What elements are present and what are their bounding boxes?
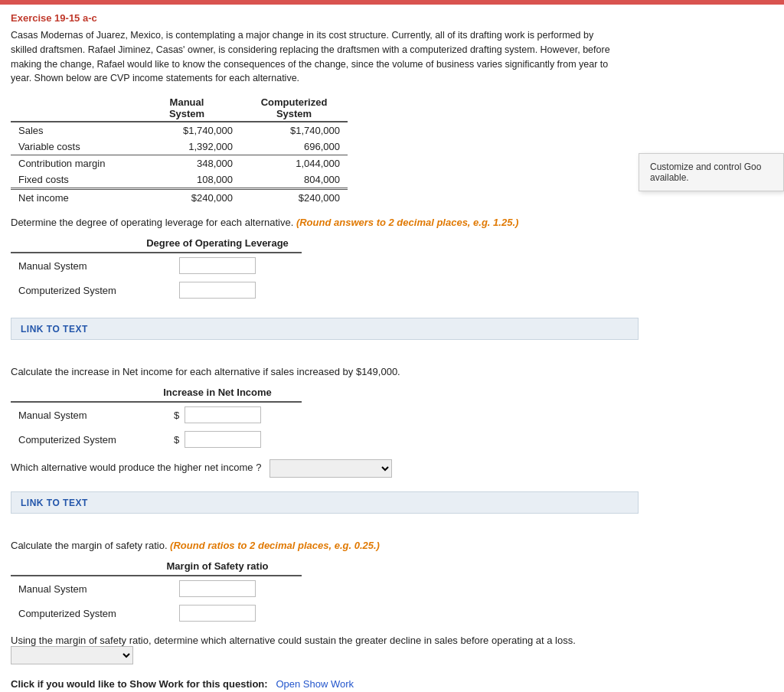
description: Casas Modernas of Juarez, Mexico, is con…: [11, 28, 617, 86]
table-row: Sales $1,740,000 $1,740,000: [11, 122, 348, 139]
which-alternative-row-c: Using the margin of safety ratio, determ…: [11, 635, 617, 664]
cvp-col-computerized: ComputerizedSystem: [240, 95, 348, 122]
margin-safety-table: Margin of Safety ratio Manual System Com…: [11, 557, 302, 625]
cvp-table: ManualSystem ComputerizedSystem Sales $1…: [11, 95, 348, 206]
table-row: Computerized System $: [11, 427, 302, 452]
computerized-net-income-input[interactable]: [185, 431, 261, 448]
link-to-text-button-a[interactable]: LINK TO TEXT: [21, 324, 88, 335]
table-row: Contribution margin 348,000 1,044,000: [11, 155, 348, 172]
link-to-text-bar-a: LINK TO TEXT: [11, 318, 639, 340]
section-c-instruction: Calculate the margin of safety ratio. (R…: [11, 540, 617, 551]
table-row: Computerized System: [11, 601, 302, 625]
which-alternative-label-c: Using the margin of safety ratio, determ…: [11, 635, 576, 646]
manual-system-label-b: Manual System: [11, 402, 133, 427]
which-alternative-dropdown[interactable]: Manual System Computerized System: [270, 459, 392, 478]
section-b-instruction: Calculate the increase in Net income for…: [11, 366, 617, 377]
which-alternative-label: Which alternative would produce the high…: [11, 462, 261, 473]
degree-of-leverage-table: Degree of Operating Leverage Manual Syst…: [11, 234, 302, 302]
computerized-dol-input[interactable]: [179, 282, 256, 299]
manual-margin-input[interactable]: [179, 580, 256, 597]
dollar-sign-manual: $: [174, 410, 181, 421]
computerized-system-label-b: Computerized System: [11, 427, 133, 452]
table-row: Manual System $: [11, 402, 302, 427]
which-alternative-row: Which alternative would produce the high…: [11, 459, 617, 478]
net-income-header: Increase in Net Income: [133, 384, 302, 402]
link-to-text-bar-b: LINK TO TEXT: [11, 491, 639, 514]
section-c-note: (Round ratios to 2 decimal places, e.g. …: [170, 540, 380, 551]
section-a-note: (Round answers to 2 decimal places, e.g.…: [296, 217, 518, 228]
table-row: Net income $240,000 $240,000: [11, 189, 348, 207]
show-work-row: Click if you would like to Show Work for…: [11, 678, 617, 690]
customize-popup: Customize and control Goo available.: [639, 153, 784, 191]
margin-safety-header: Margin of Safety ratio: [133, 557, 302, 576]
table-row: Fixed costs 108,000 804,000: [11, 171, 348, 189]
table-row: Manual System: [11, 253, 302, 278]
dollar-sign-computerized: $: [174, 434, 181, 446]
computerized-margin-input[interactable]: [179, 605, 256, 622]
manual-net-income-input[interactable]: [185, 406, 261, 423]
manual-dol-input[interactable]: [179, 257, 256, 274]
table-row: Computerized System: [11, 278, 302, 302]
customize-popup-text: Customize and control Goo available.: [650, 162, 761, 183]
show-work-label: Click if you would like to Show Work for…: [11, 678, 268, 690]
net-income-table: Increase in Net Income Manual System $ C…: [11, 384, 302, 452]
degree-of-leverage-header: Degree of Operating Leverage: [133, 234, 302, 253]
section-a-instruction: Determine the degree of operating levera…: [11, 217, 617, 228]
link-to-text-button-b[interactable]: LINK TO TEXT: [21, 498, 88, 508]
table-row: Manual System: [11, 576, 302, 601]
computerized-system-label: Computerized System: [11, 278, 133, 302]
table-row: Variable costs 1,392,000 696,000: [11, 139, 348, 155]
cvp-col-label: [11, 95, 133, 122]
open-show-work-link[interactable]: Open Show Work: [276, 678, 354, 690]
computerized-system-label-c: Computerized System: [11, 601, 133, 625]
which-alternative-dropdown-c[interactable]: Manual System Computerized System: [11, 646, 133, 664]
manual-system-label-c: Manual System: [11, 576, 133, 601]
cvp-col-manual: ManualSystem: [133, 95, 240, 122]
manual-system-label: Manual System: [11, 253, 133, 278]
exercise-title: Exercise 19-15 a-c: [11, 12, 617, 24]
